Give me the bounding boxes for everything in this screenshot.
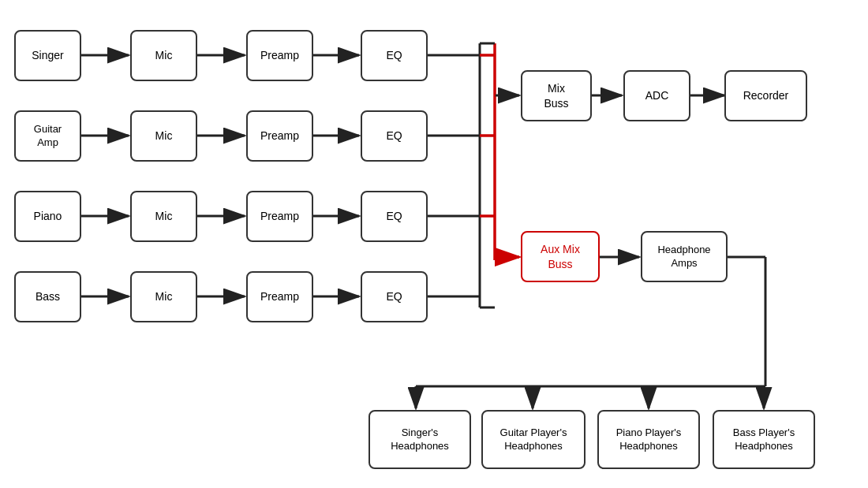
adc-node: ADC [623,70,690,121]
bass-node: Bass [14,271,81,322]
eq2-node: EQ [361,110,428,162]
aux-mix-buss-node: Aux MixBuss [521,231,600,282]
preamp3-node: Preamp [246,191,313,242]
mic2-node: Mic [130,110,197,162]
piano-node: Piano [14,191,81,242]
preamp1-node: Preamp [246,30,313,81]
eq4-node: EQ [361,271,428,322]
bass-headphones-node: Bass Player'sHeadphones [713,410,815,469]
eq3-node: EQ [361,191,428,242]
eq1-node: EQ [361,30,428,81]
diagram: Singer Mic Preamp EQ GuitarAmp Mic Pream… [0,0,868,488]
singer-node: Singer [14,30,81,81]
mic1-node: Mic [130,30,197,81]
guitar-headphones-node: Guitar Player'sHeadphones [481,410,586,469]
recorder-node: Recorder [724,70,807,121]
piano-headphones-node: Piano Player'sHeadphones [597,410,700,469]
mic3-node: Mic [130,191,197,242]
preamp2-node: Preamp [246,110,313,162]
mix-buss-node: MixBuss [521,70,592,121]
singers-headphones-node: Singer'sHeadphones [369,410,471,469]
mic4-node: Mic [130,271,197,322]
guitar-amp-node: GuitarAmp [14,110,81,162]
preamp4-node: Preamp [246,271,313,322]
headphone-amps-node: HeadphoneAmps [641,231,728,282]
